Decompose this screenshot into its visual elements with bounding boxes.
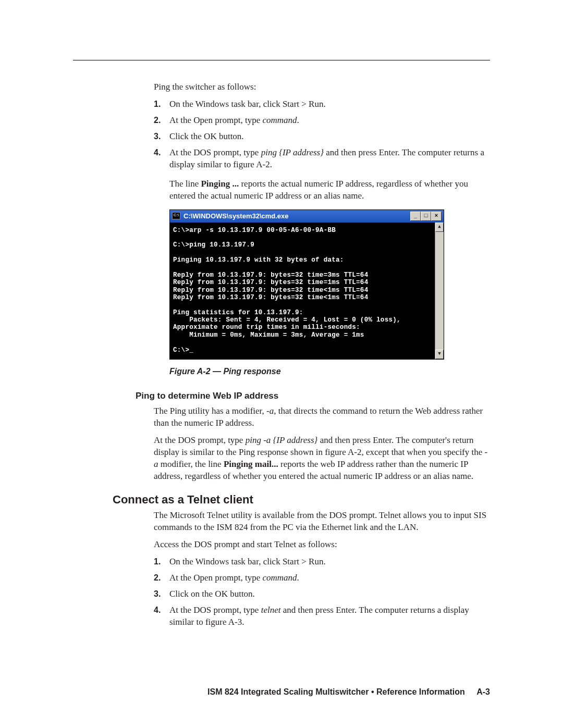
top-rule [73,60,490,60]
paragraph: Access the DOS prompt and start Telnet a… [154,539,490,551]
sub-paragraph: The line Pinging ... reports the actual … [169,178,490,202]
intro-text: Ping the switcher as follows: [154,81,490,93]
cmd-icon: C:\ [172,212,180,219]
step-number: 1. [154,556,169,568]
text: . [297,115,299,125]
list-item: 2. At the Open prompt, type command. [154,572,490,584]
text: At the DOS prompt, type [154,435,246,445]
paragraph: The Ping utility has a modifier, -a, tha… [154,405,490,429]
list-item: 1. On the Windows task bar, click Start … [154,556,490,568]
paragraph: At the DOS prompt, type ping -a {IP addr… [154,435,490,483]
body-column: Ping the switcher as follows: 1. On the … [154,81,490,483]
bold-text: Pinging mail... [224,459,278,469]
step-number: 4. [154,147,169,171]
text: The Ping utility has a modifier, [154,406,266,416]
text: The line [169,179,201,189]
scroll-down-button[interactable]: ▼ [435,350,444,359]
modifier-text: -a [266,406,274,416]
cmd-body-wrap: C:\>arp -s 10.13.197.9 00-05-A6-00-9A-BB… [170,223,444,359]
steps-list-1: 1. On the Windows task bar, click Start … [154,98,490,171]
scrollbar[interactable]: ▲ ▼ [435,223,444,359]
command-text: telnet [261,605,281,615]
page: Ping the switcher as follows: 1. On the … [0,0,563,728]
step-number: 4. [154,604,169,628]
step-number: 3. [154,131,169,143]
maximize-button[interactable]: □ [421,212,431,221]
section-heading: Connect as a Telnet client [113,493,490,507]
text: At the Open prompt, type [169,115,262,125]
command-text: command [262,573,297,583]
paragraph: The Microsoft Telnet utility is availabl… [154,510,490,534]
step-number: 1. [154,98,169,110]
step-text: Click the OK button. [169,131,490,143]
text: At the DOS prompt, type [169,605,261,615]
step-text: At the DOS prompt, type telnet and then … [169,604,490,628]
command-text: ping {IP address} [261,147,324,157]
step-number: 2. [154,572,169,584]
step-text: At the Open prompt, type command. [169,115,490,127]
text: At the DOS prompt, type [169,147,261,157]
cmd-title-left: C:\ C:\WINDOWS\system32\cmd.exe [172,212,289,221]
step-text: At the Open prompt, type command. [169,572,490,584]
subheading: Ping to determine Web IP address [136,390,490,402]
page-number: A-3 [476,687,490,696]
command-text: command [262,115,297,125]
list-item: 3. Click the OK button. [154,131,490,143]
bold-text: Pinging ... [201,179,239,189]
steps-list-2: 1. On the Windows task bar, click Start … [154,556,490,628]
close-button[interactable]: × [431,212,442,221]
cmd-titlebar: C:\ C:\WINDOWS\system32\cmd.exe _ □ × [170,210,444,223]
step-number: 2. [154,115,169,127]
list-item: 1. On the Windows task bar, click Start … [154,98,490,110]
scroll-up-button[interactable]: ▲ [435,223,444,232]
text: . [297,573,299,583]
window-buttons: _ □ × [410,212,442,221]
cmd-window: C:\ C:\WINDOWS\system32\cmd.exe _ □ × C:… [169,209,444,360]
step-text: Click on the OK button. [169,588,490,600]
step-text: On the Windows task bar, click Start > R… [169,556,490,568]
figure-caption: Figure A-2 — Ping response [169,366,490,377]
body-column-2: The Microsoft Telnet utility is availabl… [154,510,490,628]
list-item: 4. At the DOS prompt, type ping {IP addr… [154,147,490,171]
step-text: At the DOS prompt, type ping {IP address… [169,147,490,171]
list-item: 4. At the DOS prompt, type telnet and th… [154,604,490,628]
footer-title: ISM 824 Integrated Scaling Multiswitcher… [207,687,465,696]
command-text: ping -a {IP address} [246,435,318,445]
cmd-title-text: C:\WINDOWS\system32\cmd.exe [183,212,289,221]
minimize-button[interactable]: _ [410,212,421,221]
step-number: 3. [154,588,169,600]
step-text: On the Windows task bar, click Start > R… [169,98,490,110]
text: modifier, the line [158,459,224,469]
cmd-output: C:\>arp -s 10.13.197.9 00-05-A6-00-9A-BB… [170,223,435,359]
text: At the Open prompt, type [169,573,262,583]
list-item: 3. Click on the OK button. [154,588,490,600]
page-footer: ISM 824 Integrated Scaling Multiswitcher… [207,687,490,697]
list-item: 2. At the Open prompt, type command. [154,115,490,127]
